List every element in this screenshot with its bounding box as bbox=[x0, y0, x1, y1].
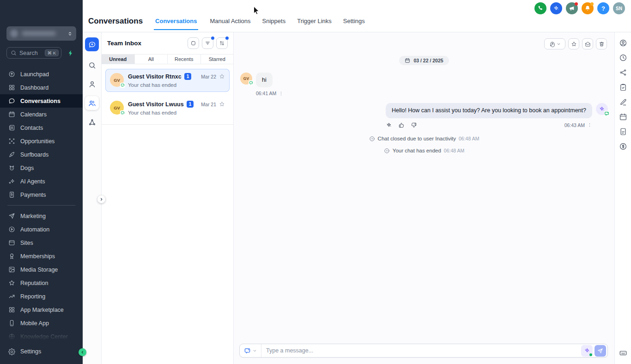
activity-history-button[interactable] bbox=[619, 54, 627, 62]
new-conversation-button[interactable] bbox=[85, 37, 99, 51]
sidebar-item-dogs[interactable]: Dogs bbox=[0, 161, 83, 175]
ai-assistant-button[interactable] bbox=[550, 2, 562, 14]
contact-name: Guest Visitor Rtnxc bbox=[128, 73, 182, 80]
message-bubble: Hello! How can I assist you today? Are y… bbox=[386, 103, 592, 118]
sidebar-item-launchpad[interactable]: Launchpad bbox=[0, 67, 83, 81]
sidebar-item-sites[interactable]: Sites bbox=[0, 236, 83, 249]
sidebar-item-ai-agents[interactable]: AI Agents bbox=[0, 175, 83, 188]
tab-manual-actions[interactable]: Manual Actions bbox=[210, 18, 250, 32]
contact-details-button[interactable] bbox=[619, 39, 627, 47]
sidebar-item-automation[interactable]: Automation bbox=[0, 223, 83, 236]
sidebar-divider bbox=[7, 205, 75, 206]
inbox-filter-tabs: Unread All Recents Starred bbox=[102, 54, 233, 64]
sidebar-item-knowledge-center[interactable]: Knowledge Center bbox=[0, 330, 83, 343]
sidebar-item-reporting[interactable]: Reporting bbox=[0, 290, 83, 303]
star-icon[interactable] bbox=[219, 101, 225, 107]
message-options-button[interactable] bbox=[279, 91, 284, 96]
sidebar-item-label: Sites bbox=[20, 240, 33, 246]
delete-conversation-button[interactable] bbox=[596, 38, 607, 49]
send-button[interactable] bbox=[595, 345, 606, 357]
tab-settings[interactable]: Settings bbox=[343, 18, 365, 32]
sort-button[interactable] bbox=[216, 37, 228, 49]
documents-button[interactable] bbox=[619, 127, 627, 136]
message-preview: Your chat has ended bbox=[128, 110, 225, 115]
mark-unread-button[interactable] bbox=[582, 38, 593, 49]
sidebar-item-memberships[interactable]: Memberships bbox=[0, 249, 83, 263]
bolt-icon bbox=[67, 49, 74, 57]
channel-selector-dropdown[interactable] bbox=[240, 344, 261, 357]
associations-button[interactable] bbox=[619, 68, 627, 77]
person-icon bbox=[88, 80, 96, 88]
star-icon[interactable] bbox=[219, 73, 225, 79]
play-circle-icon bbox=[8, 226, 15, 233]
sidebar-item-label: Settings bbox=[20, 348, 41, 355]
sidebar-item-calendars[interactable]: Calendars bbox=[0, 108, 83, 121]
sidebar-collapse-button[interactable] bbox=[79, 348, 86, 356]
sidebar-item-label: Dogs bbox=[20, 165, 34, 171]
thumbs-down-button[interactable] bbox=[411, 122, 417, 128]
tab-conversations[interactable]: Conversations bbox=[154, 18, 198, 30]
filter-tab-unread[interactable]: Unread bbox=[102, 55, 135, 64]
filter-tab-recents[interactable]: Recents bbox=[168, 55, 201, 64]
info-circle-icon bbox=[369, 136, 375, 142]
sidebar-item-opportunities[interactable]: Opportunities bbox=[0, 134, 83, 148]
message-options-button[interactable] bbox=[587, 122, 592, 127]
dog-icon bbox=[8, 164, 15, 172]
chevron-left-icon bbox=[80, 350, 85, 354]
phone-icon bbox=[537, 5, 544, 12]
keyboard-shortcuts-button[interactable] bbox=[619, 349, 627, 357]
thumbs-up-button[interactable] bbox=[398, 122, 405, 128]
sidebar-item-media-storage[interactable]: Media Storage bbox=[0, 263, 83, 276]
expand-panel-button[interactable] bbox=[97, 195, 105, 203]
announcements-button[interactable] bbox=[566, 2, 578, 14]
sidebar-item-label: Launchpad bbox=[20, 71, 49, 78]
system-event: Your chat has ended 06:48 AM bbox=[240, 148, 608, 154]
appointments-button[interactable] bbox=[619, 113, 627, 121]
dollar-circle-icon bbox=[619, 142, 627, 151]
filter-button[interactable] bbox=[202, 37, 213, 49]
sidebar-item-app-marketplace[interactable]: App Marketplace bbox=[0, 303, 83, 316]
chevron-down-icon bbox=[557, 42, 561, 46]
sidebar-nav: Launchpad Dashboard Conversations Calend… bbox=[0, 67, 83, 343]
user-avatar[interactable]: SN bbox=[613, 2, 625, 14]
payments-button[interactable] bbox=[619, 142, 627, 151]
sidebar-item-label: Automation bbox=[20, 226, 49, 233]
quick-actions-button[interactable] bbox=[65, 48, 76, 59]
sidebar-item-dashboard[interactable]: Dashboard bbox=[0, 81, 83, 94]
notifications-button[interactable] bbox=[582, 2, 594, 14]
account-switcher[interactable] bbox=[6, 26, 76, 41]
assign-agent-dropdown[interactable] bbox=[544, 38, 565, 49]
notes-button[interactable] bbox=[619, 98, 627, 106]
search-icon bbox=[88, 61, 96, 69]
conversation-date: Mar 21 bbox=[201, 102, 216, 107]
team-inbox-button[interactable] bbox=[85, 96, 99, 110]
ai-compose-button[interactable] bbox=[581, 345, 593, 357]
conversation-search-button[interactable] bbox=[85, 58, 99, 72]
tab-trigger-links[interactable]: Trigger Links bbox=[297, 18, 332, 32]
live-chat-badge-icon bbox=[249, 80, 254, 85]
apps-grid-icon bbox=[8, 306, 15, 314]
message-input[interactable] bbox=[261, 347, 581, 354]
star-conversation-button[interactable] bbox=[568, 38, 579, 49]
my-inbox-button[interactable] bbox=[85, 77, 99, 91]
sidebar-item-marketing[interactable]: Marketing bbox=[0, 209, 83, 223]
conversation-list-item[interactable]: GV Guest Visitor Rtnxc 1 Mar 22 bbox=[105, 69, 230, 92]
sidebar-item-mobile-app[interactable]: Mobile App bbox=[0, 316, 83, 330]
sidebar-item-conversations[interactable]: Conversations bbox=[0, 94, 83, 108]
filter-tab-all[interactable]: All bbox=[135, 55, 168, 64]
tab-snippets[interactable]: Snippets bbox=[262, 18, 286, 32]
conversation-list-item[interactable]: GV Guest Visitor Lwuus 1 Mar 21 bbox=[105, 97, 230, 120]
sidebar-item-surfboards[interactable]: Surfboards bbox=[0, 148, 83, 161]
filter-tab-starred[interactable]: Starred bbox=[201, 55, 234, 64]
sidebar-item-reputation[interactable]: Reputation bbox=[0, 276, 83, 290]
live-chat-badge-icon bbox=[120, 110, 125, 115]
sidebar-search-input[interactable]: Search ⌘ K bbox=[6, 47, 61, 59]
phone-button[interactable] bbox=[534, 2, 546, 14]
sidebar-item-contacts[interactable]: Contacts bbox=[0, 121, 83, 134]
help-button[interactable]: ? bbox=[597, 2, 609, 14]
sidebar-item-payments[interactable]: Payments bbox=[0, 188, 83, 201]
bot-conversations-button[interactable] bbox=[85, 115, 99, 129]
select-all-button[interactable] bbox=[188, 37, 199, 49]
sidebar-item-settings[interactable]: Settings bbox=[0, 345, 83, 358]
tasks-button[interactable] bbox=[619, 83, 627, 91]
